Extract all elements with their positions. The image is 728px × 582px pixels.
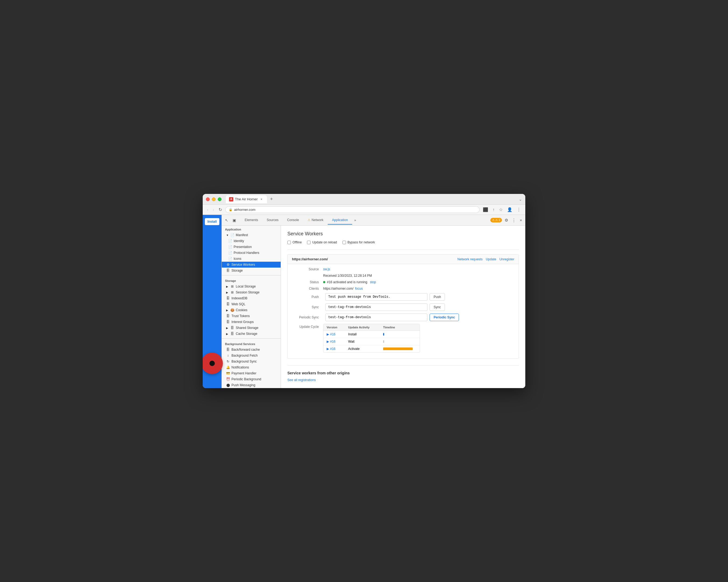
tab-elements[interactable]: Elements [240,216,262,225]
sidebar-item-background-fetch[interactable]: ↕ Background Fetch [222,353,281,358]
tab-sources[interactable]: Sources [262,216,283,225]
update-cycle-row: Update Cycle Version Update Activity Tim… [292,324,514,353]
web-sql-label: Web SQL [231,302,245,306]
cursor-tool-icon[interactable]: ↖ [224,217,229,224]
sidebar-item-service-workers[interactable]: ⚙ Service Workers [222,262,281,268]
periodic-sync-row: Periodic Sync Periodic Sync [292,313,514,321]
reload-button[interactable]: ↻ [217,206,223,213]
stop-link[interactable]: stop [370,280,376,284]
tab-more-button[interactable]: » [352,217,358,223]
version-header: Version [327,326,348,329]
sidebar-item-shared-storage[interactable]: ▶ 🗄 Shared Storage [222,325,281,331]
offline-checkbox[interactable] [287,241,291,244]
update-on-reload-checkbox-label[interactable]: Update on reload [307,241,337,244]
cast-icon[interactable]: ⬛ [482,206,489,213]
new-tab-button[interactable]: + [268,196,275,203]
divider-1 [287,250,519,250]
sidebar-item-notifications[interactable]: 🔔 Notifications [222,364,281,370]
back-button[interactable]: ‹ [206,207,209,213]
protocol-handlers-label: Protocol Handlers [234,251,259,255]
unregister-link[interactable]: Unregister [499,257,514,261]
tab-title: The Air Horner [235,197,258,201]
forward-button[interactable]: › [212,207,215,213]
bypass-for-network-checkbox[interactable] [342,241,346,244]
clients-value: https://airhorner.com/ focus [323,287,363,290]
local-storage-db-icon: ⊞ [230,284,234,288]
local-storage-arrow-icon: ▶ [226,285,229,288]
sidebar-item-web-sql[interactable]: 🗄 Web SQL [222,301,281,307]
sync-input[interactable] [325,303,427,311]
sidebar-item-push-messaging[interactable]: ⬤ Push Messaging [222,382,281,388]
profile-icon[interactable]: 👤 [506,206,514,213]
install-button[interactable]: Install [205,218,219,225]
lock-icon: 🔒 [229,208,233,211]
focus-link[interactable]: focus [355,287,363,290]
periodic-sync-button[interactable]: Periodic Sync [430,313,459,321]
shared-storage-label: Shared Storage [236,326,258,330]
close-devtools-button[interactable]: × [519,217,523,224]
network-requests-link[interactable]: Network requests [458,257,483,261]
sync-button[interactable]: Sync [430,303,445,311]
sidebar-item-cookies[interactable]: ▶ 🍪 Cookies [222,307,281,313]
maximize-button[interactable] [218,197,222,201]
settings-button[interactable]: ⚙ [503,217,509,224]
version-install[interactable]: ▶ #16 [327,332,348,336]
sidebar-item-storage[interactable]: 🗄 Storage [222,268,281,274]
version-wait[interactable]: ▶ #16 [327,340,348,344]
sidebar-item-icons[interactable]: 📄 Icons [222,256,281,262]
notifications-label: Notifications [231,365,249,369]
sidebar-item-presentation[interactable]: 📄 Presentation [222,244,281,250]
sidebar-item-identity[interactable]: 📄 Identity [222,238,281,244]
session-storage-label: Session Storage [236,290,259,294]
push-messaging-icon: ⬤ [226,383,230,387]
devtools-icons-left: ↖ ▣ [224,217,237,224]
browser-tab[interactable]: A The Air Horner × [226,195,267,203]
window-more-button[interactable]: ⌄ [519,197,522,201]
tab-console[interactable]: Console [283,216,303,225]
sidebar-item-session-storage[interactable]: ▶ ⊞ Session Storage [222,289,281,295]
airhorner-button[interactable] [203,353,223,374]
sidebar-item-background-sync[interactable]: ↻ Background Sync [222,358,281,364]
sw-source-link[interactable]: sw.js [323,267,330,271]
see-all-registrations-link[interactable]: See all registrations [287,378,316,382]
tab-close-button[interactable]: × [259,197,264,201]
sidebar-item-cache-storage[interactable]: ▶ 🗄 Cache Storage [222,331,281,337]
push-button[interactable]: Push [430,293,445,301]
tab-network[interactable]: ⚠ Network [303,216,328,225]
sw-details: Source sw.js Received 1/30/2023, 12:28:1… [288,264,519,358]
sidebar-item-back-forward-cache[interactable]: 🗄 Back/forward cache [222,347,281,353]
sidebar-item-periodic-background[interactable]: ⏰ Periodic Background [222,376,281,382]
push-input[interactable] [325,293,427,301]
share-icon[interactable]: ↑ [491,207,496,213]
sidebar-item-trust-tokens[interactable]: 🗄 Trust Tokens [222,313,281,319]
clients-row: Clients https://airhorner.com/ focus [292,287,514,290]
sidebar-item-indexeddb[interactable]: 🗄 IndexedDB [222,295,281,301]
update-link[interactable]: Update [486,257,496,261]
status-label: Status [292,280,319,284]
bypass-for-network-checkbox-label[interactable]: Bypass for network [342,241,375,244]
tab-application[interactable]: Application [328,216,352,225]
version-activate[interactable]: ▶ #16 [327,347,348,351]
session-storage-db-icon: ⊞ [230,290,234,294]
sidebar-item-protocol-handlers[interactable]: 📄 Protocol Handlers [222,250,281,256]
menu-icon[interactable]: ⋮ [516,206,522,213]
sidebar-item-interest-groups[interactable]: 🗄 Interest Groups [222,319,281,325]
periodic-sync-input[interactable] [325,313,427,321]
sidebar-item-payment-handler[interactable]: 💳 Payment Handler [222,370,281,376]
offline-checkbox-label[interactable]: Offline [287,241,302,244]
device-tool-icon[interactable]: ▣ [231,217,237,224]
address-bar[interactable]: 🔒 airhorner.com [225,206,479,213]
close-button[interactable] [206,197,210,201]
star-icon[interactable]: ☆ [498,206,504,213]
update-on-reload-checkbox[interactable] [307,241,311,244]
sidebar-item-local-storage[interactable]: ▶ ⊞ Local Storage [222,283,281,289]
timeline-wait [383,340,416,343]
protocol-file-icon: 📄 [228,251,232,255]
minimize-button[interactable] [212,197,216,201]
timeline-header: Timeline [383,326,416,329]
timeline-bar-wait [383,340,384,343]
sidebar-item-manifest[interactable]: ▼ 📄 Manifest [222,232,281,238]
offline-label: Offline [292,241,302,244]
more-button[interactable]: ⋮ [511,217,517,224]
received-row: Received 1/30/2023, 12:28:14 PM [292,274,514,278]
